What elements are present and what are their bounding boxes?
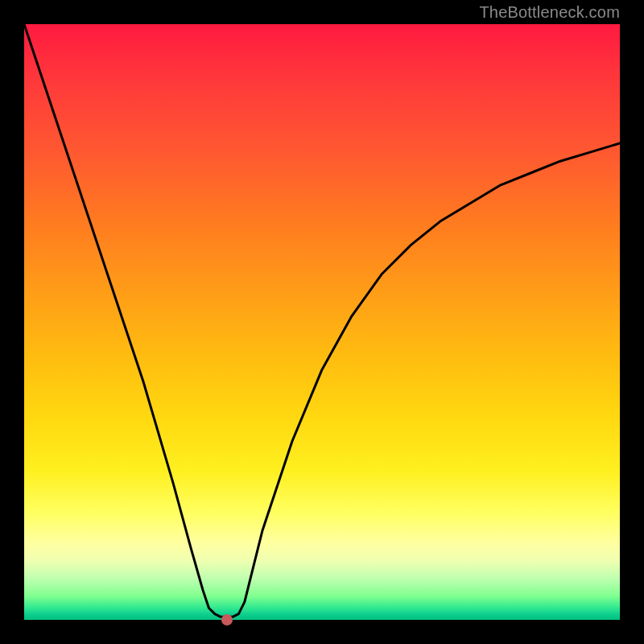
plot-area — [24, 24, 620, 620]
curve-svg — [24, 24, 620, 620]
optimum-marker — [221, 614, 233, 625]
chart-container: TheBottleneck.com — [0, 0, 644, 644]
watermark-text: TheBottleneck.com — [479, 3, 620, 22]
bottleneck-curve-path — [24, 24, 620, 617]
